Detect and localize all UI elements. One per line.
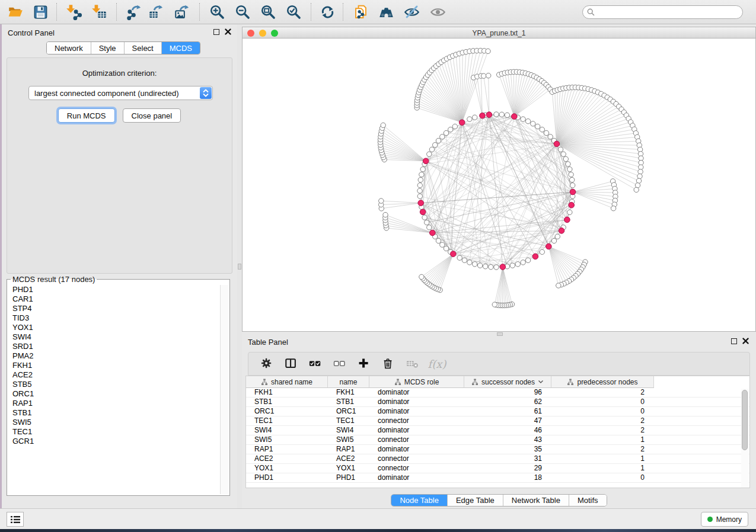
close-table-panel-icon[interactable]: [742, 338, 749, 344]
network-node[interactable]: [639, 160, 643, 165]
network-node[interactable]: [486, 49, 490, 53]
mcds-hub-node[interactable]: [564, 217, 570, 223]
network-node[interactable]: [444, 130, 448, 135]
column-header-shared-name[interactable]: shared name: [246, 376, 328, 388]
zoom-in-button[interactable]: [209, 4, 226, 21]
network-node[interactable]: [638, 169, 643, 174]
tab-node-table[interactable]: Node Table: [391, 495, 447, 506]
network-node[interactable]: [436, 238, 441, 243]
mcds-hub-node[interactable]: [532, 254, 538, 259]
network-node[interactable]: [639, 165, 643, 169]
table-row[interactable]: ORC1ORC1dominator610: [246, 407, 749, 416]
mcds-result-item[interactable]: PMA2: [8, 351, 220, 361]
network-node[interactable]: [379, 198, 384, 203]
table-row[interactable]: YOX1YOX1connector291: [246, 464, 749, 473]
network-node[interactable]: [417, 183, 422, 188]
network-search[interactable]: [582, 5, 743, 19]
network-node[interactable]: [521, 260, 525, 265]
mcds-hub-node[interactable]: [418, 200, 424, 206]
table-row[interactable]: ACE2ACE2connector311: [246, 454, 749, 464]
network-window-titlebar[interactable]: YPA_prune.txt_1: [243, 27, 755, 39]
zoom-fit-button[interactable]: [260, 4, 277, 21]
network-node[interactable]: [570, 177, 575, 182]
close-panel-icon[interactable]: [225, 28, 231, 35]
network-node[interactable]: [525, 119, 530, 124]
mcds-result-item[interactable]: STB1: [8, 408, 220, 418]
vertical-splitter[interactable]: [237, 24, 242, 508]
column-selector-button[interactable]: [283, 356, 299, 371]
network-node[interactable]: [427, 152, 432, 156]
export-network-button[interactable]: [126, 4, 143, 21]
mcds-result-item[interactable]: STP4: [8, 304, 220, 313]
network-node[interactable]: [494, 112, 499, 117]
mcds-hub-node[interactable]: [554, 141, 560, 147]
network-node[interactable]: [505, 113, 509, 117]
network-node[interactable]: [427, 225, 432, 230]
tab-network-table[interactable]: Network Table: [503, 495, 569, 506]
mcds-result-item[interactable]: CAR1: [8, 294, 220, 304]
network-node[interactable]: [567, 210, 572, 214]
network-node[interactable]: [563, 156, 568, 161]
mcds-hub-node[interactable]: [459, 120, 465, 126]
mcds-result-item[interactable]: FKH1: [8, 361, 220, 370]
network-node[interactable]: [383, 212, 388, 217]
float-table-panel-icon[interactable]: [731, 338, 737, 344]
network-node[interactable]: [515, 262, 520, 267]
hide-selected-button[interactable]: [403, 4, 420, 21]
open-session-button[interactable]: [7, 4, 24, 21]
memory-button[interactable]: Memory: [701, 512, 748, 527]
tab-style[interactable]: Style: [91, 42, 124, 54]
network-node[interactable]: [473, 115, 477, 120]
network-node[interactable]: [540, 127, 544, 132]
tab-motifs[interactable]: Motifs: [569, 495, 607, 506]
network-node[interactable]: [561, 152, 566, 156]
network-node[interactable]: [499, 112, 504, 117]
export-table-button[interactable]: [148, 4, 165, 21]
mcds-result-item[interactable]: PHD1: [8, 285, 220, 294]
network-node[interactable]: [481, 73, 486, 78]
result-list-scrollbar[interactable]: [220, 285, 228, 494]
mcds-result-item[interactable]: GCR1: [8, 437, 220, 446]
mcds-result-item[interactable]: TEC1: [8, 427, 220, 437]
mcds-result-item[interactable]: SWI4: [8, 332, 220, 342]
network-node[interactable]: [417, 188, 422, 193]
mcds-hub-node[interactable]: [480, 113, 486, 118]
network-node[interactable]: [556, 283, 561, 288]
mcds-hub-node[interactable]: [486, 112, 492, 118]
run-mcds-button[interactable]: Run MCDS: [58, 108, 115, 123]
close-panel-button[interactable]: Close panel: [123, 108, 181, 123]
mcds-hub-node[interactable]: [451, 251, 457, 257]
tab-select[interactable]: Select: [124, 42, 161, 54]
mcds-result-item[interactable]: RAP1: [8, 399, 220, 408]
network-node[interactable]: [548, 134, 553, 139]
mcds-hub-node[interactable]: [430, 230, 436, 236]
network-canvas[interactable]: [243, 39, 755, 331]
mcds-hub-node[interactable]: [570, 189, 576, 195]
network-node[interactable]: [473, 262, 477, 267]
network-node[interactable]: [425, 220, 429, 225]
column-header-successor-nodes[interactable]: successor nodes: [464, 376, 551, 388]
network-node[interactable]: [436, 138, 441, 143]
network-node[interactable]: [540, 249, 544, 254]
network-node[interactable]: [492, 302, 497, 307]
table-scrollbar-thumb[interactable]: [742, 390, 748, 450]
network-node[interactable]: [566, 162, 570, 166]
deselect-all-button[interactable]: [332, 356, 347, 371]
column-header-MCDS-role[interactable]: MCDS role: [369, 376, 464, 388]
mcds-result-item[interactable]: SWI5: [8, 418, 220, 427]
network-node[interactable]: [569, 172, 573, 177]
network-node[interactable]: [417, 194, 422, 198]
mcds-result-item[interactable]: YOX1: [8, 323, 220, 332]
table-row[interactable]: PHD1PHD1dominator180: [246, 473, 749, 483]
mcds-hub-node[interactable]: [500, 264, 506, 270]
criterion-select[interactable]: largest connected component (undirected): [28, 86, 213, 100]
network-node[interactable]: [510, 263, 515, 268]
network-node[interactable]: [440, 134, 445, 139]
table-row[interactable]: SWI5SWI5connector431: [246, 435, 749, 445]
mcds-hub-node[interactable]: [559, 228, 564, 234]
new-network-from-selection-button[interactable]: [352, 4, 369, 21]
mcds-result-list[interactable]: PHD1CAR1STP4TID3YOX1SWI4SRD1PMA2FKH1ACE2…: [8, 285, 220, 494]
network-node[interactable]: [531, 121, 535, 126]
apply-layout-button[interactable]: [319, 4, 336, 21]
network-node[interactable]: [634, 187, 639, 192]
